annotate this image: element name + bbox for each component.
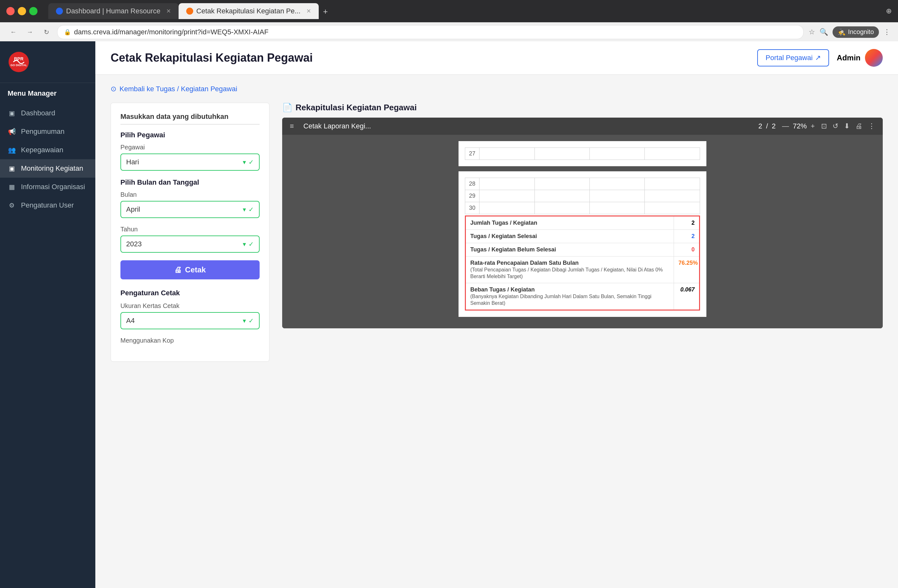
tab-label-cetak: Cetak Rekapitulasi Kegiatan Pe... xyxy=(196,7,301,15)
search-icon[interactable]: 🔍 xyxy=(820,28,828,36)
page-title: Cetak Rekapitulasi Kegiatan Pegawai xyxy=(111,51,313,65)
row-28-col2 xyxy=(535,178,589,190)
summary-label-selesai: Tugas / Kegiatan Selesai xyxy=(466,230,674,243)
row-28-num: 28 xyxy=(465,178,480,190)
external-link-icon: ↗ xyxy=(815,54,821,62)
print-button-label: Cetak xyxy=(185,265,206,274)
sidebar-item-pengaturan[interactable]: ⚙ Pengaturan User xyxy=(0,196,95,214)
sidebar-item-pengumuman[interactable]: 📢 Pengumuman xyxy=(0,122,95,141)
new-tab-button[interactable]: + xyxy=(319,4,332,19)
browser-titlebar: Dashboard | Human Resource ✕ Cetak Rekap… xyxy=(0,0,898,22)
sidebar-item-kepegawaian[interactable]: 👥 Kepegawaian xyxy=(0,141,95,159)
row-col4 xyxy=(645,148,700,160)
kop-label: Menggunakan Kop xyxy=(120,337,260,344)
bookmark-icon[interactable]: ☆ xyxy=(809,28,815,36)
pdf-toolbar-title: Cetak Laporan Kegi... xyxy=(303,122,371,130)
rotate-button[interactable]: ↺ xyxy=(833,122,838,130)
tahun-select-icons: ▾ ✓ xyxy=(243,240,254,248)
incognito-badge: 🕵 Incognito xyxy=(833,26,879,38)
pdf-page-separator: / xyxy=(766,122,768,130)
document-icon: 📄 xyxy=(282,103,292,112)
summary-row-jumlah: Jumlah Tugas / Kegiatan 2 xyxy=(466,217,699,230)
main-content: Cetak Rekapitulasi Kegiatan Pegawai Port… xyxy=(95,41,898,588)
ukuran-select[interactable]: A4 ▾ ✓ xyxy=(120,312,260,329)
avatar xyxy=(865,49,883,67)
row-30-col3 xyxy=(590,202,645,214)
pilih-pegawai-title: Pilih Pegawai xyxy=(120,131,260,139)
row-28-col4 xyxy=(645,178,700,190)
table-row-28: 28 xyxy=(465,178,700,190)
header: Cetak Rekapitulasi Kegiatan Pegawai Port… xyxy=(95,41,898,75)
pdf-pagination: 2 / 2 xyxy=(758,122,776,130)
summary-row-selesai: Tugas / Kegiatan Selesai 2 xyxy=(466,230,699,243)
breadcrumb[interactable]: ⊙ Kembali ke Tugas / Kegiatan Pegawai xyxy=(111,85,883,93)
tab-dashboard[interactable]: Dashboard | Human Resource ✕ xyxy=(48,3,178,19)
tab-close-cetak[interactable]: ✕ xyxy=(306,8,311,15)
zoom-out-button[interactable]: — xyxy=(782,122,789,130)
summary-label-jumlah: Jumlah Tugas / Kegiatan xyxy=(466,217,674,229)
tab-close-dashboard[interactable]: ✕ xyxy=(166,8,171,15)
table-row-29: 29 xyxy=(465,190,700,202)
minimize-button[interactable] xyxy=(18,7,26,15)
pdf-viewer: ≡ Cetak Laporan Kegi... 2 / 2 — 72% + xyxy=(282,118,883,328)
tahun-check-icon: ✓ xyxy=(249,240,254,248)
bulan-label: Bulan xyxy=(120,191,260,199)
admin-info: Admin xyxy=(836,49,883,67)
tab-cetak[interactable]: Cetak Rekapitulasi Kegiatan Pe... ✕ xyxy=(178,3,319,19)
forward-button[interactable]: → xyxy=(24,26,35,38)
pdf-more-button[interactable]: ⋮ xyxy=(868,122,875,130)
pilih-bulan-group: Pilih Bulan dan Tanggal Bulan April ▾ ✓ xyxy=(120,178,260,218)
download-button[interactable]: ⬇ xyxy=(844,122,850,130)
summary-value-belum: 0 xyxy=(674,243,699,256)
pdf-menu-button[interactable]: ≡ xyxy=(290,122,294,130)
pegawai-select[interactable]: Hari ▾ ✓ xyxy=(120,154,260,171)
back-button[interactable]: ← xyxy=(8,26,19,38)
summary-label-belum: Tugas / Kegiatan Belum Selesai xyxy=(466,243,674,256)
summary-value-selesai: 2 xyxy=(674,230,699,243)
close-button[interactable] xyxy=(6,7,15,15)
row-28-col1 xyxy=(480,178,535,190)
maximize-button[interactable] xyxy=(29,7,37,15)
dashboard-icon: ▣ xyxy=(8,109,16,117)
browser-menu-icon[interactable]: ⊕ xyxy=(886,7,892,15)
sidebar-item-informasi[interactable]: ▦ Informasi Organisasi xyxy=(0,178,95,196)
breadcrumb-arrow-icon: ⊙ xyxy=(111,85,116,93)
browser-actions: ☆ 🔍 🕵 Incognito ⋮ xyxy=(809,26,890,38)
chevron-down-icon: ▾ xyxy=(243,158,246,166)
ukuran-label: Ukuran Kertas Cetak xyxy=(120,302,260,309)
zoom-level: 72% xyxy=(793,122,807,130)
sidebar-item-monitoring[interactable]: ▣ Monitoring Kegiatan xyxy=(0,159,95,178)
reload-button[interactable]: ↻ xyxy=(41,26,52,38)
breadcrumb-label: Kembali ke Tugas / Kegiatan Pegawai xyxy=(120,85,237,93)
tahun-value: 2023 xyxy=(126,240,142,248)
fit-page-button[interactable]: ⊡ xyxy=(821,122,827,130)
sidebar-nav: ▣ Dashboard 📢 Pengumuman 👥 Kepegawaian ▣… xyxy=(0,101,95,588)
pilih-bulan-title: Pilih Bulan dan Tanggal xyxy=(120,178,260,186)
pengaturan-title: Pengaturan Cetak xyxy=(120,289,260,297)
bulan-check-icon: ✓ xyxy=(249,206,254,213)
bulan-select-icons: ▾ ✓ xyxy=(243,206,254,213)
row-29-col2 xyxy=(535,190,589,202)
kop-group: Menggunakan Kop xyxy=(120,337,260,344)
sidebar-item-dashboard[interactable]: ▣ Dashboard xyxy=(0,104,95,122)
address-bar[interactable]: 🔒 dams.creva.id/manager/monitoring/print… xyxy=(57,25,804,39)
row-col3 xyxy=(590,148,645,160)
bulan-select[interactable]: April ▾ ✓ xyxy=(120,201,260,218)
browser-more-icon[interactable]: ⋮ xyxy=(883,28,890,36)
pdf-page-main: 28 29 xyxy=(458,171,706,317)
row-29-col3 xyxy=(590,190,645,202)
monitoring-icon: ▣ xyxy=(8,165,16,172)
incognito-icon: 🕵 xyxy=(838,28,846,36)
pdf-table-main: 28 29 xyxy=(465,178,700,214)
zoom-in-button[interactable]: + xyxy=(810,122,815,130)
traffic-lights xyxy=(6,7,37,15)
print-button[interactable]: 🖨 Cetak xyxy=(120,260,260,279)
pdf-print-button[interactable]: 🖨 xyxy=(855,122,863,130)
summary-label-beban-main: Beban Tugas / Kegiatan xyxy=(470,286,535,293)
browser-toolbar: ← → ↻ 🔒 dams.creva.id/manager/monitoring… xyxy=(0,22,898,41)
tahun-select[interactable]: 2023 ▾ ✓ xyxy=(120,236,260,253)
portal-button[interactable]: Portal Pegawai ↗ xyxy=(757,49,829,66)
bpr-logo-icon: BPR GO DIGITAL xyxy=(8,51,30,73)
tab-label-dashboard: Dashboard | Human Resource xyxy=(66,7,160,15)
pdf-page-top: 27 xyxy=(458,141,706,166)
